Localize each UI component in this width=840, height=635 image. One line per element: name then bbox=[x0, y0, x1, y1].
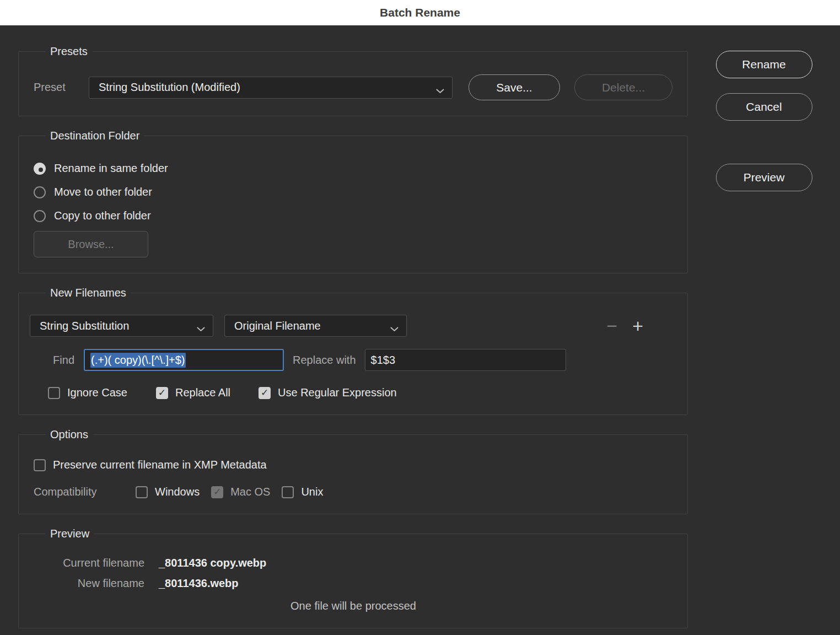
checkbox-label: Windows bbox=[155, 486, 200, 498]
radio-label: Rename in same folder bbox=[54, 162, 168, 175]
compat-macos-checkbox-row: Mac OS bbox=[211, 486, 270, 498]
window-titlebar: Batch Rename bbox=[0, 0, 840, 25]
preserve-xmp-checkbox-row[interactable]: Preserve current filename in XMP Metadat… bbox=[34, 459, 267, 471]
presets-section: Presets Preset String Substitution (Modi… bbox=[18, 45, 688, 116]
radio-button[interactable] bbox=[34, 186, 46, 198]
radio-button[interactable] bbox=[34, 163, 46, 175]
new-filenames-section: New Filenames String Substitution Origin… bbox=[18, 287, 688, 415]
new-filenames-legend: New Filenames bbox=[45, 287, 131, 299]
find-input-selected-text: (.+)( copy)(\.[^\.]+$) bbox=[90, 353, 186, 368]
checkbox-label: Ignore Case bbox=[67, 386, 127, 399]
cancel-button[interactable]: Cancel bbox=[716, 93, 812, 121]
chevron-down-icon bbox=[436, 86, 444, 96]
window-title: Batch Rename bbox=[380, 6, 460, 19]
radio-button[interactable] bbox=[34, 210, 46, 222]
batch-rename-dialog: Presets Preset String Substitution (Modi… bbox=[0, 25, 840, 635]
options-section: Options Preserve current filename in XMP… bbox=[18, 428, 688, 514]
replace-input[interactable]: $1$3 bbox=[365, 349, 566, 371]
delete-button[interactable]: Delete... bbox=[574, 74, 672, 100]
chevron-down-icon bbox=[390, 324, 399, 334]
radio-copy-to-other-folder[interactable]: Copy to other folder bbox=[34, 209, 673, 222]
checkbox-label: Preserve current filename in XMP Metadat… bbox=[53, 459, 267, 471]
radio-label: Move to other folder bbox=[54, 186, 152, 198]
replace-with-label: Replace with bbox=[293, 354, 356, 367]
chevron-down-icon bbox=[197, 324, 205, 334]
files-processed-status: One file will be processed bbox=[34, 600, 673, 612]
preview-section: Preview Current filename _8011436 copy.w… bbox=[18, 528, 688, 628]
checkbox-label: Mac OS bbox=[230, 486, 270, 498]
new-filename-label: New filename bbox=[34, 577, 144, 590]
replace-input-text: $1$3 bbox=[371, 354, 396, 367]
add-row-button[interactable]: + bbox=[632, 316, 643, 335]
preserve-xmp-checkbox[interactable] bbox=[34, 459, 46, 471]
preset-label: Preset bbox=[34, 81, 89, 94]
radio-move-to-other-folder[interactable]: Move to other folder bbox=[34, 186, 673, 198]
preset-dropdown-value: String Substitution (Modified) bbox=[99, 81, 240, 94]
compat-unix-checkbox-row[interactable]: Unix bbox=[282, 486, 323, 498]
source-dropdown[interactable]: Original Filename bbox=[224, 315, 407, 337]
save-button[interactable]: Save... bbox=[469, 74, 560, 100]
checkbox-label: Use Regular Expression bbox=[278, 386, 397, 399]
compatibility-label: Compatibility bbox=[34, 486, 136, 498]
replace-all-checkbox[interactable] bbox=[156, 387, 168, 399]
ignore-case-checkbox[interactable] bbox=[48, 387, 60, 399]
find-input[interactable]: (.+)( copy)(\.[^\.]+$) bbox=[84, 349, 284, 371]
dialog-left-column: Presets Preset String Substitution (Modi… bbox=[18, 25, 688, 635]
dialog-action-column: Rename Cancel Preview bbox=[688, 25, 840, 635]
rename-button[interactable]: Rename bbox=[716, 51, 812, 78]
checkbox-label: Unix bbox=[301, 486, 323, 498]
options-legend: Options bbox=[45, 428, 93, 441]
checkbox-label: Replace All bbox=[175, 386, 230, 399]
preview-legend: Preview bbox=[45, 528, 94, 540]
radio-rename-in-same-folder[interactable]: Rename in same folder bbox=[34, 162, 673, 175]
unix-checkbox[interactable] bbox=[282, 486, 294, 498]
compat-windows-checkbox-row[interactable]: Windows bbox=[136, 486, 200, 498]
current-filename-label: Current filename bbox=[34, 557, 144, 569]
presets-legend: Presets bbox=[45, 45, 93, 58]
radio-label: Copy to other folder bbox=[54, 209, 151, 222]
find-label: Find bbox=[34, 354, 74, 367]
macos-checkbox bbox=[211, 486, 223, 498]
destination-folder-legend: Destination Folder bbox=[45, 130, 144, 142]
use-regex-checkbox[interactable] bbox=[259, 387, 271, 399]
windows-checkbox[interactable] bbox=[136, 486, 148, 498]
browse-button[interactable]: Browse... bbox=[34, 231, 148, 257]
current-filename-value: _8011436 copy.webp bbox=[159, 557, 266, 569]
destination-folder-section: Destination Folder Rename in same folder… bbox=[18, 130, 688, 273]
preview-button[interactable]: Preview bbox=[716, 164, 812, 191]
replace-all-checkbox-row[interactable]: Replace All bbox=[156, 386, 230, 399]
remove-row-button[interactable]: − bbox=[606, 316, 617, 335]
new-filename-value: _8011436.webp bbox=[159, 577, 239, 590]
rename-method-dropdown[interactable]: String Substitution bbox=[30, 315, 213, 337]
source-dropdown-value: Original Filename bbox=[234, 320, 321, 332]
use-regex-checkbox-row[interactable]: Use Regular Expression bbox=[259, 386, 397, 399]
preset-dropdown[interactable]: String Substitution (Modified) bbox=[89, 77, 453, 99]
rename-method-value: String Substitution bbox=[40, 320, 129, 332]
ignore-case-checkbox-row[interactable]: Ignore Case bbox=[48, 386, 127, 399]
